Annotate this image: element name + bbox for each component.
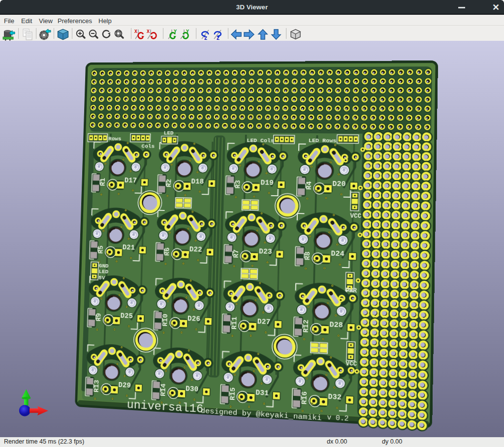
svg-text:VCC: VCC bbox=[350, 212, 361, 220]
svg-text:D32: D32 bbox=[328, 393, 342, 402]
svg-text:D22: D22 bbox=[189, 245, 202, 254]
svg-text:D28: D28 bbox=[329, 321, 343, 329]
svg-text:D24: D24 bbox=[331, 250, 344, 258]
svg-text:D26: D26 bbox=[188, 315, 200, 323]
svg-text:D21: D21 bbox=[123, 243, 135, 251]
svg-text:R12: R12 bbox=[302, 320, 310, 333]
svg-text:LED: LED bbox=[98, 268, 109, 275]
svg-text:X: X bbox=[147, 29, 150, 34]
svg-text:GND: GND bbox=[99, 263, 109, 269]
svg-text:R2: R2 bbox=[165, 179, 173, 187]
svg-text:R16: R16 bbox=[300, 391, 309, 405]
svg-text:R10: R10 bbox=[161, 314, 169, 327]
svg-text:X: X bbox=[134, 29, 137, 34]
svg-text:R1: R1 bbox=[99, 178, 107, 186]
svg-text:R14: R14 bbox=[159, 383, 167, 396]
svg-text:D18: D18 bbox=[191, 178, 204, 186]
svg-text:D19: D19 bbox=[260, 179, 274, 187]
svg-text:D27: D27 bbox=[257, 318, 271, 326]
svg-text:R11: R11 bbox=[230, 317, 239, 330]
svg-text:R9: R9 bbox=[95, 313, 103, 322]
svg-text:LED Rows: LED Rows bbox=[309, 137, 337, 144]
svg-text:R13: R13 bbox=[93, 380, 100, 393]
svg-text:PWR: PWR bbox=[346, 287, 357, 294]
svg-text:R8: R8 bbox=[304, 251, 312, 260]
svg-text:D31: D31 bbox=[255, 389, 269, 398]
svg-text:R7: R7 bbox=[232, 249, 240, 258]
svg-text:D17: D17 bbox=[125, 177, 137, 184]
svg-text:5V: 5V bbox=[98, 274, 105, 281]
svg-text:D30: D30 bbox=[186, 385, 198, 393]
svg-text:D20: D20 bbox=[332, 180, 346, 188]
svg-text:Rows: Rows bbox=[108, 136, 122, 142]
svg-text:VCC: VCC bbox=[346, 360, 357, 367]
svg-text:LED Cols: LED Cols bbox=[247, 137, 274, 144]
svg-text:LED: LED bbox=[163, 130, 174, 136]
svg-text:D23: D23 bbox=[259, 248, 272, 256]
svg-text:v 0.2: v 0.2 bbox=[327, 414, 348, 423]
svg-text:R15: R15 bbox=[229, 387, 237, 400]
svg-text:R6: R6 bbox=[163, 247, 171, 256]
svg-text:D25: D25 bbox=[120, 312, 133, 320]
svg-text:D29: D29 bbox=[118, 381, 131, 389]
svg-text:R4: R4 bbox=[305, 181, 314, 190]
svg-text:Cols: Cols bbox=[141, 143, 155, 149]
svg-text:R3: R3 bbox=[234, 180, 242, 189]
svg-text:R5: R5 bbox=[97, 245, 105, 254]
